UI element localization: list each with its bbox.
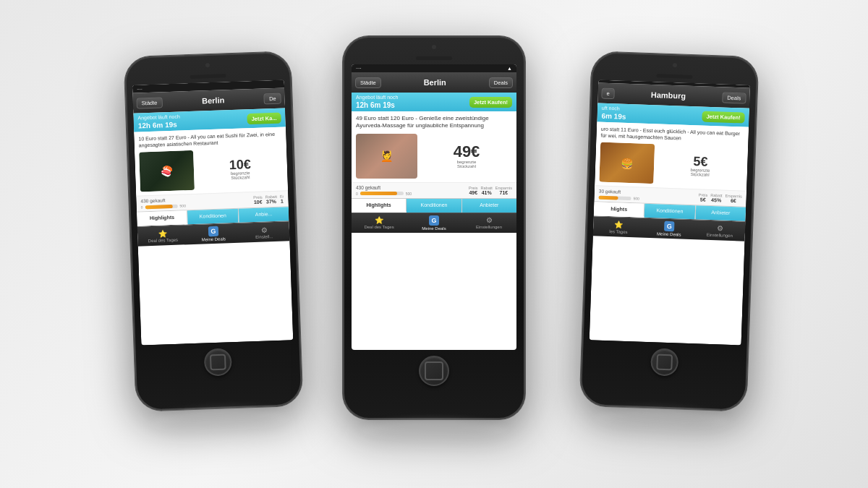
bottom-bar-center: ⭐ Deal des Tages G Meine Deals ⚙ Einstel… — [352, 213, 516, 233]
tab-highlights-left[interactable]: Highlights — [137, 210, 188, 226]
screen-bezel-left: ···· Städte Berlin De Angebot läuft noch… — [132, 80, 293, 345]
home-inner-right — [656, 354, 673, 371]
tab-anbieter-right[interactable]: Anbieter — [695, 205, 746, 221]
price-left: 10€ — [229, 158, 251, 171]
tab-konditionen-right[interactable]: Konditionen — [644, 204, 696, 219]
home-area-center — [343, 350, 525, 393]
bottom-mydeals-center[interactable]: G Meine Deals — [407, 213, 461, 233]
home-btn-right[interactable] — [650, 348, 678, 376]
progress-fill-center — [360, 192, 398, 195]
nav-bar-center: Städte Berlin Deals — [352, 72, 516, 93]
offer-info-center: Angebot läuft noch 12h 6m 19s — [356, 95, 398, 108]
bought-info-center: 430 gekauft 0 500 — [356, 185, 412, 196]
massage-image: 💆 — [356, 134, 417, 179]
signal-left: ···· — [137, 86, 142, 91]
bottom-settings-left[interactable]: ⚙ Einstell... — [239, 222, 290, 243]
progress-min-left: 0 — [141, 205, 143, 210]
gear-icon-right: ⚙ — [717, 224, 723, 232]
bottom-settings-label-center: Einstellungen — [476, 225, 502, 229]
stat-preis-left: Preis 10€ — [253, 195, 263, 205]
price-note-left: begrenzteStückzahl — [231, 171, 250, 180]
deal-content-center: 💆 49€ begrenzteStückzahl — [356, 134, 512, 179]
nav-deals-center[interactable]: Deals — [489, 77, 513, 88]
tabs-center: Highlights Konditionen Anbieter — [352, 198, 516, 213]
g-icon-center: G — [429, 215, 439, 226]
stat-group-right: Preis 5€ Rabatt 45% Ersparnis 6€ — [698, 193, 741, 204]
signal-center: ···· — [356, 66, 362, 71]
bottom-mydeals-left[interactable]: G Meine Deals — [188, 223, 239, 244]
deal-content-left: 🍣 10€ begrenzteStückzahl — [139, 147, 284, 192]
bottom-dealtag-left[interactable]: ⭐ Deal des Tages — [137, 225, 189, 246]
deal-image-right: 🍔 — [599, 142, 655, 184]
tab-anbieter-left[interactable]: Anbie... — [239, 207, 289, 223]
price-note-right: begrenzteStückzahl — [690, 168, 710, 177]
burger-image: 🍔 — [599, 142, 655, 184]
star-icon-right: ⭐ — [614, 221, 623, 228]
bottom-settings-center[interactable]: ⚙ Einstellungen — [461, 213, 516, 233]
progress-bar-left — [145, 204, 177, 209]
progress-fill-right — [599, 195, 618, 200]
screen-center: ···· ▲ Städte Berlin Deals Angebot läuft… — [352, 64, 516, 350]
bottom-dealtag-right[interactable]: ⭐ les Tages — [593, 217, 644, 238]
bottom-settings-label-right: Einstellungen — [707, 233, 733, 238]
stat-rabatt-left: Rabatt 37% — [265, 194, 278, 205]
deal-card-left: 10 Euro statt 27 Euro - All you can eat … — [134, 127, 288, 195]
stat-er-left: Er 1 — [280, 194, 284, 204]
tab-highlights-center[interactable]: Highlights — [352, 199, 407, 213]
gear-icon-center: ⚙ — [486, 216, 493, 224]
stat-preis-right: Preis 5€ — [698, 193, 707, 202]
bottom-mydeals-right[interactable]: G Meine Deals — [644, 218, 695, 239]
deal-title-right: uro statt 11 Euro - Esst euch glücklich … — [600, 126, 744, 144]
top-bar-left — [124, 51, 292, 85]
buy-btn-center[interactable]: Jetzt Kaufen! — [469, 97, 512, 108]
bottom-settings-right[interactable]: ⚙ Einstellungen — [694, 220, 746, 241]
tab-konditionen-center[interactable]: Konditionen — [407, 199, 461, 213]
stat-group-left: Preis 10€ Rabatt 37% Er 1 — [253, 194, 284, 205]
offer-time-right: 6m 19s — [601, 111, 626, 120]
bottom-dealtag-label-center: Deal des Tages — [364, 225, 393, 229]
deal-price-left: 10€ begrenzteStückzahl — [197, 156, 284, 181]
tab-anbieter-center[interactable]: Anbieter — [462, 199, 516, 213]
tab-konditionen-left[interactable]: Konditionen — [187, 209, 239, 224]
price-center: 49€ — [454, 144, 480, 160]
deal-card-right: uro statt 11 Euro - Esst euch glücklich … — [595, 121, 749, 190]
deal-stats-center: 430 gekauft 0 500 Preis 49€ — [352, 182, 516, 198]
bottom-mydeals-label-right: Meine Deals — [657, 232, 681, 237]
nav-title-left: Berlin — [202, 95, 225, 105]
bought-info-right: 30 gekauft 500 — [598, 189, 639, 201]
bought-info-left: 430 gekauft 0 500 — [140, 197, 186, 210]
g-icon-left: G — [208, 226, 218, 236]
deal-content-right: 🍔 5€ begrenzteStückzahl — [599, 142, 744, 187]
home-area-left — [134, 340, 302, 386]
progress-fill-left — [145, 205, 173, 209]
bought-center: 430 gekauft — [356, 185, 412, 190]
nav-deals-left[interactable]: De — [264, 93, 281, 104]
home-btn-center[interactable] — [419, 356, 449, 386]
deal-title-left: 10 Euro statt 27 Euro - All you can eat … — [138, 131, 282, 149]
top-bar-right — [591, 51, 758, 85]
bottom-dealtag-center[interactable]: ⭐ Deal des Tages — [352, 213, 407, 233]
nav-cities-left[interactable]: Städte — [136, 97, 162, 108]
buy-btn-left[interactable]: Jetzt Ka... — [247, 112, 281, 124]
progress-max-right: 500 — [633, 196, 639, 200]
progress-min-center: 0 — [356, 192, 358, 196]
screen-right: e Hamburg Deals uft noch 6m 19s Jetzt Ka… — [590, 80, 750, 345]
offer-info-right: uft noch 6m 19s — [601, 106, 626, 121]
deal-price-center: 49€ begrenzteStückzahl — [421, 144, 512, 168]
nav-cities-center[interactable]: Städte — [355, 77, 381, 88]
deal-image-center: 💆 — [356, 134, 417, 179]
buy-btn-right[interactable]: Jetzt Kaufen! — [702, 111, 745, 123]
top-bar-center — [343, 36, 525, 64]
price-note-center: begrenzteStückzahl — [457, 160, 477, 168]
phone-center: ···· ▲ Städte Berlin Deals Angebot läuft… — [343, 36, 525, 419]
tab-highlights-right[interactable]: hlights — [594, 202, 645, 218]
offer-info-left: Angebot läuft noch 12h 6m 19s — [137, 114, 180, 129]
progress-bar-right — [599, 195, 631, 200]
screen-left: ···· Städte Berlin De Angebot läuft noch… — [132, 80, 293, 345]
bottom-settings-label-left: Einstell... — [255, 234, 273, 239]
phone-left: ···· Städte Berlin De Angebot läuft noch… — [124, 51, 303, 411]
nav-cities-right[interactable]: e — [601, 87, 615, 99]
bottom-dealtag-label-right: les Tages — [609, 229, 627, 234]
nav-deals-right[interactable]: Deals — [722, 92, 746, 103]
home-btn-left[interactable] — [204, 348, 232, 376]
